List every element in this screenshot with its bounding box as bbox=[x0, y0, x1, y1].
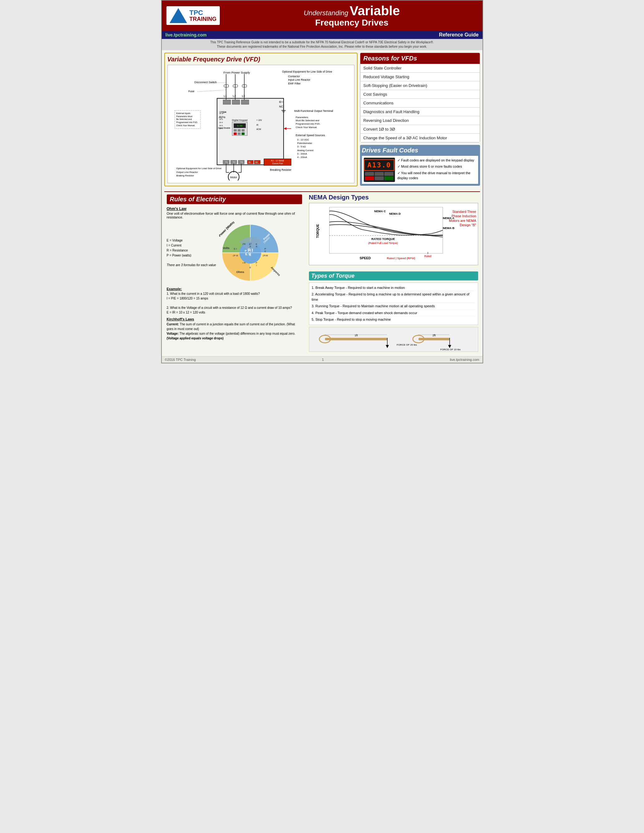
disclaimer-text1: This TPC Training Reference Guide is not… bbox=[165, 40, 480, 45]
svg-text:RJ - 12 Serial: RJ - 12 Serial bbox=[271, 159, 284, 162]
svg-rect-24 bbox=[232, 100, 239, 105]
kirchhoff-bold: (Voltage applied equals voltage drops) bbox=[167, 336, 224, 340]
reasons-item: Diagnostics and Fault Handling bbox=[360, 108, 480, 116]
reasons-item: Soft-Stopping (Easier on Drivetrain) bbox=[360, 81, 480, 90]
nema-note: Standard Three Phase Induction Motors ar… bbox=[445, 209, 476, 227]
nema-chart: TORQUE SPEED Rated | Speed (RPM) RATED T… bbox=[309, 203, 478, 265]
svg-text:DI 3: DI 3 bbox=[219, 118, 223, 120]
svg-text:R: R bbox=[250, 246, 251, 248]
page: TPC TRAINING Understanding Variable Freq… bbox=[161, 0, 483, 363]
svg-text:E: E bbox=[265, 250, 266, 252]
nema-title: NEMA Design Types bbox=[309, 194, 478, 201]
example1-q: 1. What is the current in a 120 volt cir… bbox=[167, 291, 302, 296]
svg-text:P: P bbox=[264, 248, 266, 250]
svg-text:Volts: Volts bbox=[223, 246, 229, 249]
fault-btn-3 bbox=[384, 172, 393, 176]
svg-text:1ft: 1ft bbox=[354, 334, 358, 337]
svg-text:Parameters Must: Parameters Must bbox=[176, 115, 192, 117]
torque-item: 5. Stop Torque - Required to stop a movi… bbox=[312, 316, 475, 323]
svg-text:Output Line Reactor: Output Line Reactor bbox=[176, 171, 198, 174]
fault-point: ✓ You will need the drive manual to inte… bbox=[398, 170, 476, 181]
svg-text:Optional Equipment for Load Si: Optional Equipment for Load Side of Driv… bbox=[176, 167, 221, 170]
reasons-item: Change the Speed of a 3Ø AC Induction Mo… bbox=[360, 134, 480, 142]
torque-item: 3. Running Torque - Required to Maintain… bbox=[312, 303, 475, 310]
svg-text:DI 5: DI 5 bbox=[219, 125, 223, 127]
fault-btn-4 bbox=[375, 176, 384, 180]
svg-text:3 - 5 kΩ: 3 - 5 kΩ bbox=[297, 145, 306, 148]
svg-text:+ 10V: + 10V bbox=[256, 119, 262, 121]
svg-rect-38 bbox=[241, 132, 245, 135]
svg-text:Comm Port: Comm Port bbox=[272, 162, 283, 164]
svg-text:0 - 10 VDC: 0 - 10 VDC bbox=[297, 138, 309, 141]
svg-text:Optional Equipment for Line Si: Optional Equipment for Line Side of Driv… bbox=[282, 70, 332, 73]
subheader-url: live.tpctraining.com bbox=[166, 32, 207, 37]
logo-tpc: TPC bbox=[190, 10, 217, 16]
example1-a: I = P/E = 1800/120 = 15 amps bbox=[167, 296, 302, 301]
reasons-list: Solid State ControllerReduced Voltage St… bbox=[360, 64, 480, 142]
svg-text:B1: B1 bbox=[248, 161, 251, 163]
svg-rect-35 bbox=[241, 129, 245, 132]
main-title-text: Variable bbox=[350, 3, 400, 18]
kirchhoff-current-text: The sum of current in a junction equals … bbox=[167, 323, 295, 331]
reasons-item: Cost Savings bbox=[360, 90, 480, 99]
torque-item: 1. Break Away Torque - Required to start… bbox=[312, 285, 475, 291]
right-column: Reasons for VFDs Solid State ControllerR… bbox=[360, 53, 480, 189]
footer-page: 1 bbox=[322, 358, 324, 362]
fault-btn-red bbox=[365, 176, 374, 180]
bottom-left: Rules of Electricity Ohm's Law One volt … bbox=[164, 192, 304, 354]
nema-section: NEMA Design Types TORQUE SPEED Rated | S… bbox=[307, 192, 480, 267]
kirchhoff-voltage-label: Voltage: bbox=[167, 332, 179, 335]
kirchhoff-voltage-text: The algebraic sum of the voltage (potent… bbox=[180, 332, 296, 335]
svg-rect-19 bbox=[217, 98, 283, 165]
example-section: Example: 1. What is the current in a 120… bbox=[167, 286, 302, 315]
svg-text:B2: B2 bbox=[255, 161, 258, 163]
svg-text:TORQUE: TORQUE bbox=[316, 224, 319, 238]
fault-btn-row-1 bbox=[365, 172, 394, 176]
torque-diagram-svg: 1ft FORCE OF 20 lbs 2ft bbox=[309, 327, 478, 352]
svg-text:Analog Current: Analog Current bbox=[297, 149, 314, 152]
svg-text:Disconnect Switch: Disconnect Switch bbox=[194, 81, 216, 84]
p-label: P = Power (watts) bbox=[167, 253, 216, 258]
reasons-title: Reasons for VFDs bbox=[360, 53, 480, 64]
wheel-container: Power (Watts) Power (Watts) Amperes Ohms… bbox=[219, 222, 282, 284]
wheel-labels: E = Voltage I = Current R = Resistance P… bbox=[167, 238, 216, 267]
bottom-right: NEMA Design Types TORQUE SPEED Rated | S… bbox=[307, 192, 480, 354]
svg-rect-25 bbox=[241, 100, 248, 105]
svg-rect-143 bbox=[325, 338, 387, 340]
logo-text: TPC TRAINING bbox=[190, 10, 217, 22]
ohms-law-title: Ohm's Law bbox=[167, 207, 302, 211]
svg-rect-37 bbox=[238, 132, 241, 135]
fault-section: Drives Fault Codes A13.0 bbox=[360, 145, 480, 186]
svg-text:From Power Supply: From Power Supply bbox=[223, 71, 250, 74]
bottom-content: Rules of Electricity Ohm's Law One volt … bbox=[162, 192, 483, 356]
kirchhoff: Kirchhoff's Laws Current: The sum of cur… bbox=[167, 317, 302, 341]
example2-a: E = IR = 10 x 12 = 120 volts bbox=[167, 310, 302, 315]
svg-text:Must Be Selected and: Must Be Selected and bbox=[296, 119, 319, 122]
kirchhoff-title: Kirchhoff's Laws bbox=[167, 317, 302, 322]
svg-text:0 - 20mA: 0 - 20mA bbox=[297, 153, 307, 155]
vfd-title: Variable Frequency Drive (VFD) bbox=[167, 56, 354, 63]
left-column: Variable Frequency Drive (VFD) From Powe… bbox=[164, 53, 357, 189]
svg-marker-148 bbox=[386, 345, 389, 348]
svg-text:External Inputs: External Inputs bbox=[176, 112, 190, 115]
svg-text:Rated | Speed (RPM): Rated | Speed (RPM) bbox=[386, 256, 415, 260]
torque-item: 2. Accelerating Torque - Required to bri… bbox=[312, 291, 475, 303]
svg-text:Be Selected and: Be Selected and bbox=[176, 118, 192, 120]
header: TPC TRAINING Understanding Variable Freq… bbox=[162, 1, 483, 31]
svg-text:Ohms: Ohms bbox=[236, 270, 245, 273]
svg-text:Fuse: Fuse bbox=[188, 90, 195, 93]
svg-text:NEMA D: NEMA D bbox=[389, 212, 401, 215]
svg-text:T3: T3 bbox=[240, 161, 243, 163]
ohms-law: Ohm's Law One volt of electromotive forc… bbox=[167, 207, 302, 219]
reasons-section: Reasons for VFDs Solid State ControllerR… bbox=[360, 53, 480, 142]
svg-text:T2: T2 bbox=[233, 161, 235, 163]
svg-text:Check Your Manual.: Check Your Manual. bbox=[296, 126, 317, 129]
svg-text:E: E bbox=[250, 266, 251, 269]
logo-training: TRAINING bbox=[190, 16, 217, 22]
example2-q: 2. What is the Voltage of a circuit with… bbox=[167, 306, 302, 310]
main-content: Variable Frequency Drive (VFD) From Powe… bbox=[162, 50, 483, 191]
svg-text:Programmed into FVD.: Programmed into FVD. bbox=[296, 122, 320, 125]
svg-text:P: P bbox=[256, 262, 257, 264]
svg-text:EMF Filter: EMF Filter bbox=[288, 82, 301, 85]
rules-section: Rules of Electricity Ohm's Law One volt … bbox=[164, 192, 304, 343]
